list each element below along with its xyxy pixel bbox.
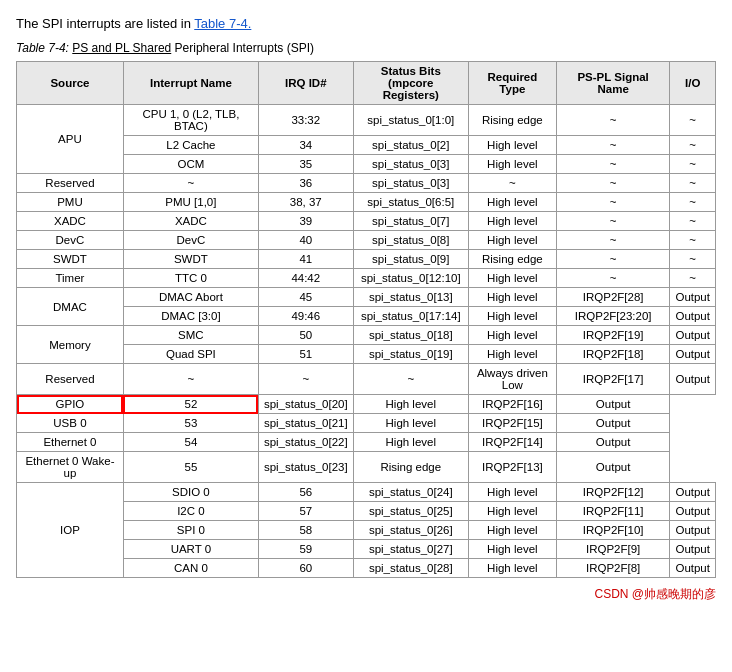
cell-status: spi_status_0[13] (353, 288, 468, 307)
table-caption: Table 7-4: PS and PL Shared Peripheral I… (16, 41, 716, 55)
cell-type: ~ (468, 174, 556, 193)
cell-status: spi_status_0[26] (353, 521, 468, 540)
header-io: I/O (670, 62, 716, 105)
cell-io: Output (556, 414, 670, 433)
cell-status: spi_status_0[6:5] (353, 193, 468, 212)
cell-signal: IRQP2F[10] (556, 521, 670, 540)
table-link[interactable]: Table 7-4. (194, 16, 251, 31)
cell-type: Rising edge (468, 105, 556, 136)
cell-interrupt-name: TTC 0 (123, 269, 258, 288)
cell-signal: ~ (556, 269, 670, 288)
table-row: SWDTSWDT41spi_status_0[9]Rising edge~~ (17, 250, 716, 269)
cell-type: High level (468, 307, 556, 326)
cell-irq: 39 (258, 212, 353, 231)
table-row: IOPSDIO 056spi_status_0[24]High levelIRQ… (17, 483, 716, 502)
cell-signal: ~ (556, 231, 670, 250)
table-row: DevCDevC40spi_status_0[8]High level~~ (17, 231, 716, 250)
cell-io: ~ (670, 231, 716, 250)
intro-text: The SPI interrupts are listed in (16, 16, 194, 31)
table-row: Ethernet 0 Wake-up55spi_status_0[23]Risi… (17, 452, 716, 483)
header-interrupt-name: Interrupt Name (123, 62, 258, 105)
cell-io: ~ (670, 174, 716, 193)
table-row: MemorySMC50spi_status_0[18]High levelIRQ… (17, 326, 716, 345)
cell-signal: IRQP2F[8] (556, 559, 670, 578)
cell-io: Output (670, 345, 716, 364)
table-row: Reserved~~~Always drivenLowIRQP2F[17]Out… (17, 364, 716, 395)
cell-signal: ~ (556, 155, 670, 174)
cell-interrupt-name: I2C 0 (123, 502, 258, 521)
cell-interrupt-name: CAN 0 (123, 559, 258, 578)
cell-type: High level (353, 395, 468, 414)
cell-interrupt-name: SMC (123, 326, 258, 345)
cell-status: spi_status_0[2] (353, 136, 468, 155)
cell-source: Memory (17, 326, 124, 364)
cell-signal: IRQP2F[16] (468, 395, 556, 414)
cell-signal: ~ (556, 250, 670, 269)
cell-source: XADC (17, 212, 124, 231)
cell-source: APU (17, 105, 124, 174)
cell-interrupt-name: CPU 1, 0 (L2, TLB, BTAC) (123, 105, 258, 136)
table-row: DMACDMAC Abort45spi_status_0[13]High lev… (17, 288, 716, 307)
watermark: CSDN @帅感晚期的彦 (16, 586, 716, 603)
cell-interrupt-name: ~ (123, 174, 258, 193)
cell-irq: 52 (123, 395, 258, 414)
cell-status: spi_status_0[9] (353, 250, 468, 269)
cell-status: spi_status_0[12:10] (353, 269, 468, 288)
cell-signal: ~ (556, 105, 670, 136)
cell-type: High level (468, 502, 556, 521)
table-title: PS and PL Shared Peripheral Interrupts (… (72, 41, 314, 55)
cell-source: PMU (17, 193, 124, 212)
header-irq-id: IRQ ID# (258, 62, 353, 105)
cell-signal: ~ (556, 174, 670, 193)
cell-type: Rising edge (468, 250, 556, 269)
table-row: APUCPU 1, 0 (L2, TLB, BTAC)33:32spi_stat… (17, 105, 716, 136)
cell-status: spi_status_0[3] (353, 155, 468, 174)
cell-status: spi_status_0[21] (258, 414, 353, 433)
cell-source: DevC (17, 231, 124, 250)
cell-signal: ~ (556, 193, 670, 212)
cell-irq: 60 (258, 559, 353, 578)
cell-type: High level (468, 269, 556, 288)
cell-io: ~ (670, 136, 716, 155)
cell-irq: 36 (258, 174, 353, 193)
cell-signal: IRQP2F[14] (468, 433, 556, 452)
cell-status: spi_status_0[17:14] (353, 307, 468, 326)
cell-irq: 57 (258, 502, 353, 521)
cell-signal: IRQP2F[11] (556, 502, 670, 521)
cell-type: High level (468, 193, 556, 212)
cell-status: spi_status_0[25] (353, 502, 468, 521)
cell-signal: IRQP2F[17] (556, 364, 670, 395)
table-row: XADCXADC39spi_status_0[7]High level~~ (17, 212, 716, 231)
cell-io: Output (670, 502, 716, 521)
cell-interrupt-name: PMU [1,0] (123, 193, 258, 212)
table-label: Table 7-4: (16, 41, 69, 55)
table-row: PMUPMU [1,0]38, 37spi_status_0[6:5]High … (17, 193, 716, 212)
cell-source: Reserved (17, 174, 124, 193)
cell-source: Timer (17, 269, 124, 288)
cell-interrupt-name: DMAC [3:0] (123, 307, 258, 326)
cell-io: Output (670, 288, 716, 307)
cell-irq: 50 (258, 326, 353, 345)
table-row: Ethernet 054spi_status_0[22]High levelIR… (17, 433, 716, 452)
cell-signal: ~ (556, 136, 670, 155)
cell-irq: 45 (258, 288, 353, 307)
cell-irq: 55 (123, 452, 258, 483)
cell-irq: ~ (258, 364, 353, 395)
cell-io: Output (556, 395, 670, 414)
cell-io: Output (670, 364, 716, 395)
cell-io: ~ (670, 105, 716, 136)
cell-io: Output (670, 326, 716, 345)
cell-signal: IRQP2F[23:20] (556, 307, 670, 326)
cell-irq: 41 (258, 250, 353, 269)
cell-irq: 49:46 (258, 307, 353, 326)
cell-irq: 54 (123, 433, 258, 452)
cell-signal: IRQP2F[13] (468, 452, 556, 483)
cell-interrupt-name: DevC (123, 231, 258, 250)
cell-irq: 38, 37 (258, 193, 353, 212)
cell-io: Output (670, 307, 716, 326)
table-header-row: Source Interrupt Name IRQ ID# Status Bit… (17, 62, 716, 105)
cell-type: High level (468, 288, 556, 307)
header-signal-name: PS-PL Signal Name (556, 62, 670, 105)
cell-status: spi_status_0[28] (353, 559, 468, 578)
cell-io: Output (556, 452, 670, 483)
